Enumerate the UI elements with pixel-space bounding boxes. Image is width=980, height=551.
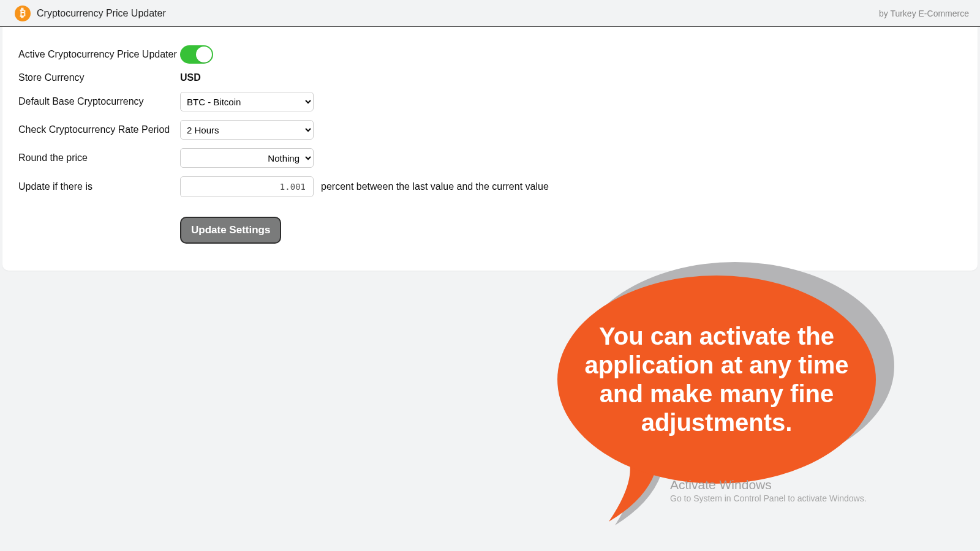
row-submit: Update Settings [18,206,962,244]
label-default-base: Default Base Cryptocurrency [18,96,180,107]
update-settings-button[interactable]: Update Settings [180,217,281,244]
row-default-base: Default Base Cryptocurrency BTC - Bitcoi… [18,92,962,111]
activate-windows-watermark: Activate Windows Go to System in Control… [670,478,867,503]
label-rate-period: Check Cryptocurrency Rate Period [18,124,180,135]
update-if-suffix: percent between the last value and the c… [321,181,549,192]
watermark-subtitle: Go to System in Control Panel to activat… [670,493,867,503]
app-header: ₿ Cryptocurrency Price Updater by Turkey… [0,0,980,27]
active-toggle[interactable] [180,45,213,64]
settings-card: Active Cryptocurrency Price Updater Stor… [2,27,978,271]
label-store-currency: Store Currency [18,72,180,83]
bitcoin-icon: ₿ [15,6,31,21]
label-update-if: Update if there is [18,181,180,192]
toggle-knob [196,47,212,62]
store-currency-value: USD [180,72,201,83]
callout-bubble: You can activate the application at any … [557,276,876,484]
label-round-price: Round the price [18,152,180,163]
row-store-currency: Store Currency USD [18,72,962,83]
row-round-price: Round the price Nothing [18,148,962,168]
app-root: ₿ Cryptocurrency Price Updater by Turkey… [0,0,980,551]
round-price-select[interactable]: Nothing [180,148,314,168]
label-active: Active Cryptocurrency Price Updater [18,49,180,60]
row-rate-period: Check Cryptocurrency Rate Period 2 Hours [18,120,962,140]
header-left: ₿ Cryptocurrency Price Updater [15,6,166,21]
default-base-select[interactable]: BTC - Bitcoin [180,92,314,111]
rate-period-select[interactable]: 2 Hours [180,120,314,140]
row-update-if: Update if there is percent between the l… [18,176,962,197]
app-title: Cryptocurrency Price Updater [37,8,166,19]
app-byline: by Turkey E-Commerce [879,9,969,18]
row-active: Active Cryptocurrency Price Updater [18,45,962,64]
update-if-input[interactable] [180,176,314,197]
callout-text: You can activate the application at any … [582,322,851,438]
watermark-title: Activate Windows [670,478,867,492]
